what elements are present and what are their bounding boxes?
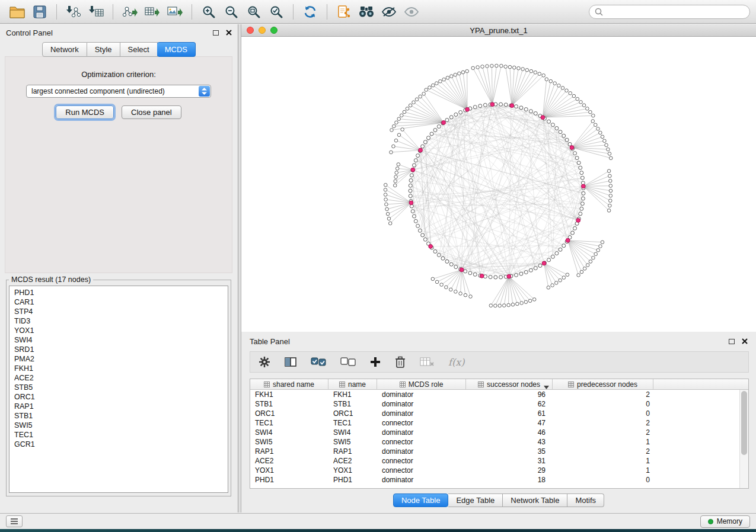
tab-edge-table[interactable]: Edge Table [448,493,503,507]
mcds-panel: Optimization criterion: largest connecte… [5,56,232,273]
table-cell: 2 [553,419,653,427]
zoom-selected-button[interactable] [266,2,287,21]
float-panel-icon[interactable] [213,30,219,36]
zoom-fit-button[interactable] [243,2,264,21]
table-cell: connector [377,466,466,475]
table-row[interactable]: ACE2ACE2connector311 [250,456,739,466]
export-table-button[interactable] [142,2,163,21]
close-panel-icon[interactable] [226,30,232,36]
mcds-result-item[interactable]: ORC1 [14,392,228,402]
network-window-titlebar[interactable]: YPA_prune.txt_1 [241,24,756,37]
add-column-button[interactable] [370,357,381,367]
tab-node-table[interactable]: Node Table [393,493,449,507]
network-canvas[interactable] [241,37,756,331]
table-settings-button[interactable] [259,356,270,368]
mcds-result-item[interactable]: PHD1 [14,288,228,297]
show-graphics-details-button[interactable] [401,2,422,21]
table-cell: PHD1 [328,476,377,484]
menu-lines-icon [10,518,18,525]
mcds-result-item[interactable]: TID3 [14,316,228,326]
mcds-result-list[interactable]: PHD1CAR1STP4TID3YOX1SWI4SRD1PMA2FKH1ACE2… [9,286,228,493]
mcds-result-item[interactable]: GCR1 [14,440,228,449]
mcds-result-item[interactable]: SWI5 [14,421,228,430]
tab-motifs[interactable]: Motifs [567,493,604,507]
search-box[interactable] [589,5,750,19]
close-window-icon[interactable] [247,27,254,34]
table-cell: ACE2 [328,457,377,465]
memory-button[interactable]: Memory [700,515,750,528]
mcds-result-item[interactable]: SRD1 [14,345,228,354]
mcds-result-item[interactable]: CAR1 [14,297,228,307]
minimize-window-icon[interactable] [259,27,266,34]
mcds-result-item[interactable]: STB5 [14,383,228,392]
float-table-panel-icon[interactable] [729,339,735,344]
run-mcds-button[interactable]: Run MCDS [56,105,114,119]
table-cell: RAP1 [250,447,328,456]
table-cell: 0 [553,400,653,408]
table-row[interactable]: YOX1YOX1connector291 [250,466,739,475]
mcds-result-item[interactable]: RAP1 [14,402,228,411]
optimization-criterion-select[interactable]: largest connected component (undirected) [26,85,211,98]
network-document-button[interactable] [333,2,355,21]
table-scrollbar[interactable] [739,390,748,488]
mcds-result-item[interactable]: STP4 [14,307,228,316]
import-network-button[interactable] [63,2,84,21]
select-all-columns-button[interactable] [311,357,326,367]
open-folder-icon [9,5,25,18]
mcds-result-item[interactable]: STB1 [14,411,228,421]
column-type-icon [400,382,406,387]
delete-column-button[interactable] [395,356,406,368]
scrollbar-thumb[interactable] [741,391,747,455]
refresh-icon [303,5,317,19]
mcds-result-item[interactable]: ACE2 [14,373,228,383]
close-panel-button[interactable]: Close panel [122,105,181,119]
search-input[interactable] [607,7,744,17]
document-share-icon [337,5,350,19]
maximize-window-icon[interactable] [270,27,277,34]
panel-toggle-button[interactable] [6,515,23,527]
table-row[interactable]: PHD1PHD1dominator180 [250,475,739,485]
table-row[interactable]: TEC1TEC1connector472 [250,418,739,428]
column-header-successor-nodes[interactable]: successor nodes [466,379,553,389]
mcds-result-item[interactable]: YOX1 [14,326,228,335]
mcds-result-item[interactable]: PMA2 [14,354,228,364]
column-header-mcds-role[interactable]: MCDS role [377,379,466,389]
zoom-out-button[interactable] [221,2,242,21]
tab-style[interactable]: Style [87,42,120,57]
table-row[interactable]: ORC1ORC1dominator610 [250,409,739,418]
tab-mcds[interactable]: MCDS [157,42,196,57]
close-table-panel-icon[interactable] [742,338,748,344]
hide-graphics-details-button[interactable] [378,2,400,21]
export-image-button[interactable] [164,2,186,21]
open-file-button[interactable] [7,2,28,21]
save-button[interactable] [29,2,50,21]
unselect-all-columns-button[interactable] [340,357,356,367]
tab-network-table[interactable]: Network Table [503,493,567,507]
export-network-button[interactable] [119,2,141,21]
mcds-result-item[interactable]: SWI4 [14,335,228,345]
column-header-shared-name[interactable]: shared name [250,379,328,389]
column-header-filler [653,379,748,389]
table-row[interactable]: SWI5SWI5connector431 [250,437,739,447]
tab-network[interactable]: Network [42,42,87,57]
refresh-view-button[interactable] [299,2,321,21]
table-row[interactable]: STB1STB1dominator620 [250,399,739,409]
function-builder-button[interactable]: f(x) [448,357,464,368]
delete-table-button[interactable] [420,357,434,367]
import-table-button[interactable] [85,2,107,21]
delete-table-icon [420,357,434,367]
search-network-button[interactable] [356,2,377,21]
show-column-button[interactable] [285,357,296,367]
mcds-result-item[interactable]: FKH1 [14,364,228,373]
table-row[interactable]: RAP1RAP1dominator352 [250,447,739,456]
table-cell: dominator [377,476,466,484]
tab-select[interactable]: Select [120,42,158,57]
mcds-result-item[interactable]: TEC1 [14,430,228,440]
zoom-in-button[interactable] [198,2,219,21]
table-row[interactable]: FKH1FKH1dominator962 [250,390,739,399]
column-header-predecessor-nodes[interactable]: predecessor nodes [553,379,653,389]
table-row[interactable]: SWI4SWI4dominator462 [250,428,739,437]
node-table-header: shared name name MCDS role successor nod… [250,379,748,390]
table-cell: connector [377,438,466,446]
column-header-name[interactable]: name [328,379,377,389]
